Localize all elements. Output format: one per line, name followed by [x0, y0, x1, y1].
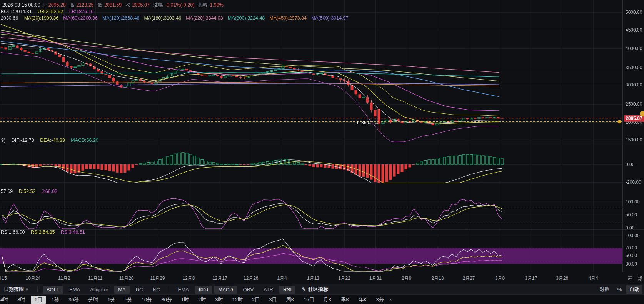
indicator-button-alligator[interactable]: Alligator	[86, 286, 112, 294]
macd-axis-label: -200.00	[626, 179, 641, 185]
indicator-button-atr[interactable]: ATR	[260, 286, 277, 294]
x-axis-date-label[interactable]: 10月24	[26, 275, 41, 282]
indicator-button-obv[interactable]: OBV	[239, 286, 257, 294]
timeframe-button-13[interactable]: 12时	[229, 296, 246, 304]
x-axis-date-label[interactable]: 1月31	[369, 275, 382, 282]
ma-value: MA(30):1999.36	[24, 15, 59, 21]
scale-options-group: 对数%自动	[596, 285, 644, 294]
chart-canvas[interactable]	[0, 0, 644, 272]
macd-value: MACD:56.20	[71, 138, 98, 143]
timeframe-button-9[interactable]: 30分	[158, 296, 175, 304]
x-axis-date-label[interactable]: 1月13	[307, 275, 319, 282]
ma-value: MA(300):3224.48	[228, 15, 265, 21]
indicator-button-kdj[interactable]: KDJ	[195, 286, 212, 294]
rsi-axis-label: 30.00	[626, 261, 637, 267]
timeframe-button-5[interactable]: 分时	[85, 296, 102, 304]
x-axis-row: 月1510月2411月211月1111月2011月2912月812月1712月2…	[0, 272, 644, 284]
timeframe-button-11[interactable]: 2时	[195, 296, 209, 304]
timeframe-button-20[interactable]: 年K	[355, 296, 370, 304]
scale-option-button[interactable]: 对数	[596, 285, 612, 294]
x-axis-date-label[interactable]: 12月17	[212, 275, 227, 282]
price-axis-label: 3500.00	[626, 65, 642, 70]
timeframe-button-17[interactable]: 15日	[300, 296, 317, 304]
x-axis-date-label[interactable]: 1月4	[277, 275, 287, 282]
date-range-button[interactable]: 日期范围 ˅	[0, 286, 33, 293]
timeframe-button-2[interactable]: 1日	[31, 296, 45, 304]
indicator-button-ema[interactable]: EMA	[174, 286, 193, 294]
x-axis-date-label[interactable]: 月15	[0, 275, 7, 282]
x-axis-date-label[interactable]: 11月11	[88, 275, 102, 282]
timeframe-button-14[interactable]: 2日	[249, 296, 263, 304]
ohlc-field-label: 涨幅	[153, 2, 163, 8]
boll-lb-value: LB:1876.10	[69, 9, 94, 14]
x-axis-date-label[interactable]: 12月26	[244, 275, 259, 282]
timeframe-button-0[interactable]: 4时	[0, 296, 12, 304]
x-axis-date-label[interactable]: 1月22	[338, 275, 350, 282]
timeframe-button-15[interactable]: 3日	[265, 296, 280, 304]
ohlc-info-line: 2026-03-15 08:00 开2095.28高2123.25低2081.5…	[2, 2, 224, 8]
community-indicators-label: 社区指标	[308, 286, 328, 293]
community-indicators-button[interactable]: ✎ 社区指标	[302, 286, 328, 293]
ohlc-field-value: 2095.07	[132, 2, 150, 8]
timeframe-button-1[interactable]: 8时	[14, 296, 28, 304]
timeframe-button-8[interactable]: 10分	[138, 296, 155, 304]
indicator-toolbar: 日期范围 ˅ BOLLEMAAlligatorMADCKC EMAKDJMACD…	[0, 284, 644, 295]
x-axis-date-label[interactable]: 11月2	[58, 275, 70, 282]
ma-value: MA(180):3103.46	[144, 15, 182, 21]
timeframe-button-7[interactable]: 5分	[121, 296, 136, 304]
timeframe-button-18[interactable]: 月K	[320, 296, 335, 304]
scale-option-button[interactable]: %	[614, 286, 625, 294]
date-range-label: 日期范围	[4, 286, 24, 293]
indicator-button-kc[interactable]: KC	[149, 286, 164, 294]
x-axis-date-label[interactable]: 4月4	[588, 275, 598, 282]
last-price-badge[interactable]: 2095.07	[624, 115, 644, 122]
ma-value: MA(60):2300.36	[63, 15, 98, 21]
x-axis-date-label[interactable]: 12月8	[182, 275, 195, 282]
x-axis-date-label[interactable]: 11月20	[119, 275, 134, 282]
kdj-d-value: D:52.52	[19, 189, 36, 194]
price-marker-icon[interactable]	[640, 111, 644, 116]
boll-info-line: BOLL:2014.31 UB:2152.52 LB:1876.10	[1, 9, 98, 15]
x-axis-date-label[interactable]: 3月17	[525, 275, 537, 282]
ma-value: MA(450):2973.84	[269, 15, 307, 21]
corner-tool-button[interactable]: 筹	[628, 275, 633, 282]
ohlc-field-value: 2123.25	[76, 2, 93, 8]
indicator-button-boll[interactable]: BOLL	[43, 286, 63, 294]
ma-value: MA(500):3014.97	[311, 15, 349, 21]
indicator-button-rsi[interactable]: RSI	[279, 286, 295, 294]
timeframe-button-21[interactable]: 3分	[373, 296, 387, 304]
ohlc-field-value: 2081.59	[104, 2, 122, 8]
ohlc-field-label: 高	[70, 2, 75, 8]
x-axis-date-label[interactable]: 2月27	[462, 275, 475, 282]
corner-tool-button[interactable]: 爆	[638, 275, 643, 282]
price-low-annotation: 1736.02 →	[356, 120, 379, 125]
close-timeframe-icon[interactable]: ×	[389, 297, 392, 302]
ma-value: MA(220):3344.03	[186, 15, 223, 21]
x-axis-date-label[interactable]: 2月18	[432, 275, 444, 282]
subchart-indicator-group: EMAKDJMACDOBVATRRSI	[173, 286, 297, 294]
x-axis-date-label[interactable]: 11月29	[150, 275, 165, 282]
timeframe-button-12[interactable]: 3时	[212, 296, 226, 304]
timeframe-button-19[interactable]: 季K	[337, 296, 353, 304]
price-axis-label: 2500.00	[626, 101, 642, 107]
ohlc-field-value: 1.99%	[210, 2, 223, 8]
x-axis-date-label[interactable]: 3月26	[556, 275, 568, 282]
overlay-indicator-group: BOLLEMAAlligatorMADCKC	[42, 286, 165, 294]
macd-axis-label: 0.00	[626, 162, 634, 167]
timeframe-button-16[interactable]: 周K	[282, 296, 298, 304]
timeframe-button-3[interactable]: 1秒	[48, 296, 63, 304]
divider	[37, 286, 38, 292]
timeframe-button-6[interactable]: 1分	[104, 296, 118, 304]
x-axis-date-label[interactable]: 3月8	[495, 275, 505, 282]
timeframe-button-4[interactable]: 30秒	[65, 296, 82, 304]
indicator-button-ema[interactable]: EMA	[65, 286, 84, 294]
timeframe-button-10[interactable]: 1时	[178, 296, 192, 304]
x-axis-date-label[interactable]: 2月9	[402, 275, 411, 282]
kdj-j-value: J:68.03	[42, 189, 57, 194]
scale-option-button[interactable]: 自动	[626, 285, 642, 294]
divider	[169, 286, 169, 292]
indicator-button-dc[interactable]: DC	[132, 286, 147, 294]
indicator-button-macd[interactable]: MACD	[214, 286, 237, 294]
indicator-button-ma[interactable]: MA	[114, 286, 130, 294]
rsi-axis-label: 70.00	[626, 245, 637, 251]
